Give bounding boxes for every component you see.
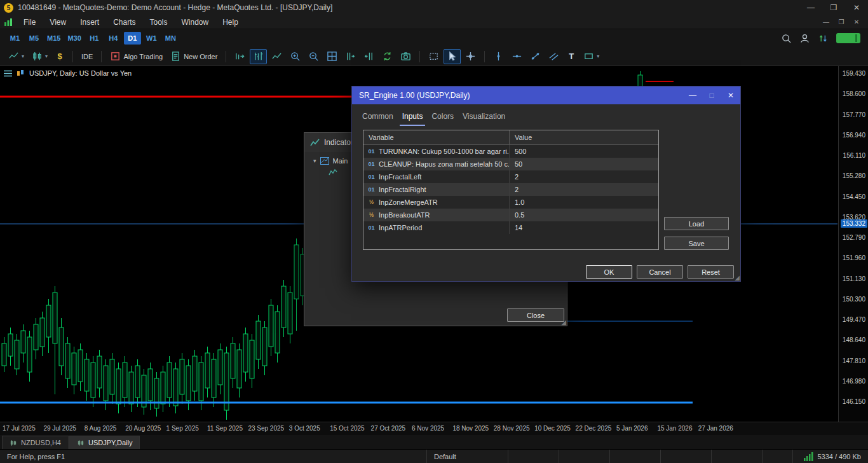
date-tick: 29 Jul 2025 — [43, 425, 76, 432]
chart-minimize-icon[interactable]: — — [818, 18, 834, 25]
param-value[interactable]: 0.5 — [510, 211, 524, 219]
candlestick-view-icon[interactable] — [250, 49, 267, 64]
screenshot-icon[interactable] — [397, 49, 414, 64]
toolbar-separator — [72, 51, 73, 62]
timeframe-h4[interactable]: H4 — [105, 32, 122, 45]
sr-tab-visualization[interactable]: Visualization — [460, 111, 508, 126]
menu-view[interactable]: View — [43, 15, 73, 29]
chart-restore-icon[interactable]: ❐ — [834, 18, 849, 25]
connection-bars-icon — [804, 452, 813, 461]
timeframe-mn[interactable]: MN — [162, 32, 179, 45]
one-click-trading-icon[interactable]: $ — [52, 49, 67, 64]
price-tick: 146.980 — [843, 378, 865, 385]
sr-tab-inputs[interactable]: Inputs — [400, 111, 426, 126]
menu-help[interactable]: Help — [215, 15, 245, 29]
search-icon[interactable] — [781, 33, 792, 44]
chart-ohlc-icon[interactable] — [17, 69, 25, 77]
param-row[interactable]: ½InpZoneMergeATR1.0 — [363, 196, 658, 209]
dialog-minimize-icon[interactable]: — — [683, 86, 702, 104]
bar-chart-view-icon[interactable] — [231, 49, 248, 64]
chevron-down-icon[interactable]: ▾ — [313, 158, 316, 164]
param-row[interactable]: 01TURUNKAN: Cukup 500-1000 bar agar ri..… — [363, 145, 658, 158]
resize-grip[interactable]: ◢ — [561, 319, 566, 326]
chart-tab-usdjpy-daily[interactable]: USDJPY,Daily — [69, 436, 140, 449]
sr-tab-colors[interactable]: Colors — [429, 111, 456, 126]
menu-charts[interactable]: Charts — [106, 15, 142, 29]
value-column-header[interactable]: Value — [510, 134, 532, 141]
param-value[interactable]: 500 — [510, 148, 526, 155]
param-value[interactable]: 50 — [510, 160, 522, 168]
timeframe-m15[interactable]: M15 — [44, 32, 63, 45]
param-variable-label: TURUNKAN: Cukup 500-1000 bar agar ri... — [379, 148, 510, 155]
zoom-in-icon[interactable] — [287, 49, 304, 64]
ok-button[interactable]: OK — [586, 265, 632, 279]
sr-tab-common[interactable]: Common — [360, 111, 396, 126]
rect-select-icon[interactable] — [425, 49, 442, 64]
shapes-icon[interactable]: ▾ — [580, 49, 602, 64]
load-button[interactable]: Load — [664, 217, 729, 230]
dialog-maximize-icon[interactable]: □ — [702, 86, 721, 104]
horizontal-line-icon[interactable] — [508, 49, 526, 64]
trendline-icon[interactable] — [527, 49, 544, 64]
refresh-icon[interactable] — [379, 49, 396, 64]
param-row[interactable]: 01InpFractalRight2 — [363, 183, 658, 196]
param-value[interactable]: 2 — [510, 173, 519, 181]
status-network-cell: 5334 / 490 Kb — [797, 450, 868, 463]
algo-trading-button[interactable]: Algo Trading — [107, 49, 166, 64]
auto-scroll-icon[interactable] — [360, 49, 377, 64]
tile-windows-icon[interactable] — [323, 49, 341, 64]
param-value[interactable]: 1.0 — [510, 198, 524, 206]
vertical-line-icon[interactable] — [490, 49, 507, 64]
chart-type-line-icon[interactable]: ▾ — [5, 49, 27, 64]
timeframe-m30[interactable]: M30 — [65, 32, 83, 45]
sr-dialog-titlebar[interactable]: SR_Engine 1.00 (USDJPY,Daily) — □ ✕ — [352, 86, 740, 104]
timeframe-d1[interactable]: D1 — [124, 32, 141, 45]
app-icon: 5 — [4, 3, 13, 13]
text-tool-icon[interactable]: T — [564, 49, 579, 64]
channel-icon[interactable] — [545, 49, 562, 64]
chart-shift-icon[interactable] — [342, 49, 359, 64]
param-row[interactable]: 01CLEANUP: Hapus zona mati setelah 50 c.… — [363, 158, 658, 170]
timeframe-m5[interactable]: M5 — [25, 32, 43, 45]
param-row[interactable]: 01InpFractalLeft2 — [363, 170, 658, 183]
timeframe-m1[interactable]: M1 — [6, 32, 24, 45]
variable-column-header[interactable]: Variable — [363, 130, 510, 144]
chart-close-icon[interactable]: ✕ — [849, 18, 864, 25]
zoom-out-icon[interactable] — [305, 49, 322, 64]
status-profile-selector[interactable]: Default — [427, 450, 508, 463]
cursor-icon[interactable] — [444, 49, 461, 64]
param-row[interactable]: ½InpBreakoutATR0.5 — [363, 209, 658, 221]
ide-button[interactable]: IDE — [78, 49, 96, 64]
minimize-button[interactable]: — — [799, 0, 822, 15]
cancel-button[interactable]: Cancel — [637, 265, 683, 279]
close-button[interactable]: ✕ — [845, 0, 868, 15]
date-axis[interactable]: 17 Jul 202529 Jul 20258 Aug 202520 Aug 2… — [0, 422, 868, 435]
account-icon[interactable] — [799, 33, 810, 44]
menu-tools[interactable]: Tools — [143, 15, 175, 29]
menu-window[interactable]: Window — [175, 15, 216, 29]
dialog-close-icon[interactable]: ✕ — [721, 86, 740, 104]
new-order-button[interactable]: New Order — [167, 49, 220, 64]
param-row[interactable]: 01InpATRPeriod14 — [363, 221, 658, 234]
param-value[interactable]: 2 — [510, 186, 519, 193]
restore-button[interactable]: ❐ — [822, 0, 845, 15]
title-bar[interactable]: 5 100481649 - MetaQuotes-Demo: Demo Acco… — [0, 0, 868, 15]
crosshair-icon[interactable] — [462, 49, 479, 64]
menu-insert[interactable]: Insert — [73, 15, 106, 29]
indicators-close-button[interactable]: Close — [507, 308, 564, 322]
price-tick: 148.640 — [843, 336, 865, 343]
line-chart-view-icon[interactable] — [268, 49, 285, 64]
menu-file[interactable]: File — [17, 15, 43, 29]
chart-menu-icon[interactable] — [4, 70, 12, 77]
price-scale[interactable]: 159.430158.600157.770156.940156.110155.2… — [838, 66, 868, 422]
chart-style-candles-icon[interactable]: ▾ — [29, 49, 51, 64]
status-cell — [661, 450, 712, 463]
param-value[interactable]: 14 — [510, 224, 522, 232]
save-button[interactable]: Save — [664, 237, 729, 250]
reset-button[interactable]: Reset — [688, 265, 734, 279]
chart-tab-nzdusd-h4[interactable]: NZDUSD,H4 — [2, 436, 69, 449]
timeframe-w1[interactable]: W1 — [143, 32, 160, 45]
timeframe-h1[interactable]: H1 — [86, 32, 103, 45]
resize-grip[interactable]: ◢ — [735, 275, 740, 281]
status-help-text: For Help, press F1 — [0, 450, 427, 463]
